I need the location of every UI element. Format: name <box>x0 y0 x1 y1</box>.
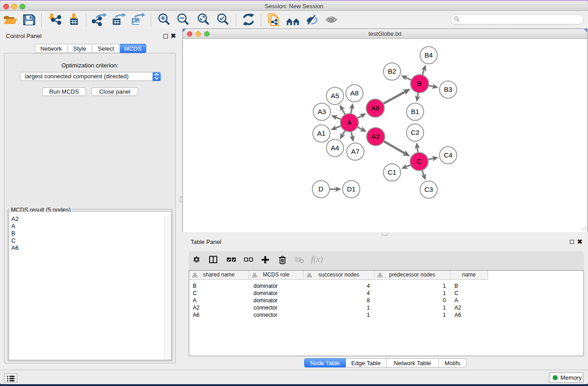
svg-text:A2: A2 <box>372 133 380 140</box>
svg-text:C2: C2 <box>411 129 419 136</box>
svg-text:A1: A1 <box>317 129 325 137</box>
svg-text:B4: B4 <box>425 51 433 59</box>
svg-text:A: A <box>347 119 352 126</box>
svg-text:C1: C1 <box>387 168 396 176</box>
svg-text:A5: A5 <box>331 92 339 100</box>
svg-text:C: C <box>417 157 422 165</box>
svg-text:B: B <box>417 80 422 87</box>
svg-text:A8: A8 <box>350 89 359 97</box>
svg-text:A3: A3 <box>318 108 326 115</box>
svg-text:B1: B1 <box>411 108 419 115</box>
svg-text:D: D <box>319 185 324 193</box>
svg-text:A6: A6 <box>371 104 379 112</box>
svg-text:A7: A7 <box>351 148 359 155</box>
svg-text:B3: B3 <box>444 86 452 93</box>
svg-text:D1: D1 <box>347 185 355 193</box>
svg-text:C4: C4 <box>444 151 452 159</box>
svg-text:C3: C3 <box>424 186 433 193</box>
svg-text:A4: A4 <box>331 144 339 152</box>
svg-text:B2: B2 <box>388 67 396 75</box>
